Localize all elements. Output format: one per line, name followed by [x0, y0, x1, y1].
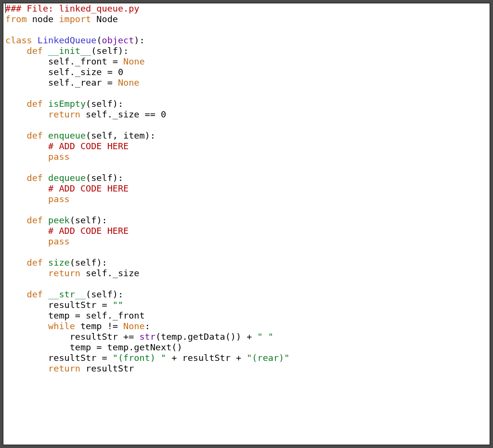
- class-name: LinkedQueue: [38, 35, 97, 45]
- method-peek: peek: [43, 215, 70, 225]
- stmt-resultstr-wrap: resultStr =: [48, 353, 113, 363]
- keyword-return: return: [48, 109, 80, 119]
- string-literal: "(front) ": [113, 353, 166, 363]
- keyword-def: def: [27, 99, 43, 109]
- file-header-comment: ### File: linked_queue.py: [5, 3, 139, 13]
- import-module: node: [27, 14, 59, 24]
- keyword-from: from: [5, 14, 27, 24]
- return-expr: resultStr: [80, 363, 134, 373]
- method-enqueue: enqueue: [43, 130, 86, 141]
- keyword-pass: pass: [48, 194, 70, 204]
- keyword-none: None: [123, 56, 145, 66]
- todo-comment: # ADD CODE HERE: [48, 226, 129, 236]
- code-content: ### File: linked_queue.py from node impo…: [3, 3, 490, 376]
- builtin-str: str: [139, 332, 155, 342]
- stmt-temp-assign: temp = self._front: [48, 310, 144, 320]
- method-isempty: isEmpty: [43, 99, 86, 109]
- keyword-pass: pass: [48, 152, 70, 162]
- keyword-none: None: [123, 321, 145, 331]
- code-editor-window: ### File: linked_queue.py from node impo…: [3, 3, 490, 445]
- return-expr: self._size == 0: [80, 109, 166, 119]
- method-dequeue: dequeue: [43, 173, 86, 183]
- stmt-resultstr-append: resultStr +=: [70, 332, 140, 342]
- keyword-none: None: [118, 77, 140, 88]
- string-literal: "": [113, 300, 123, 310]
- method-init: __init__: [43, 46, 91, 56]
- return-expr: self._size: [80, 268, 140, 278]
- method-size: size: [43, 257, 70, 268]
- stmt-temp-next: temp = temp.getNext(): [70, 342, 182, 352]
- method-str: __str__: [43, 289, 86, 299]
- stmt-front-assign: self._front =: [48, 56, 123, 66]
- keyword-def: def: [27, 46, 43, 56]
- keyword-import: import: [59, 14, 91, 24]
- keyword-def: def: [27, 215, 43, 225]
- stmt-size-assign: self._size = 0: [48, 67, 123, 77]
- keyword-pass: pass: [48, 236, 70, 246]
- keyword-def: def: [27, 173, 43, 183]
- string-literal: "(rear)": [246, 353, 289, 363]
- todo-comment: # ADD CODE HERE: [48, 183, 129, 193]
- keyword-return: return: [48, 363, 80, 373]
- import-name: Node: [91, 14, 118, 24]
- keyword-return: return: [48, 268, 80, 278]
- keyword-def: def: [27, 130, 43, 141]
- stmt-rear-assign: self._rear =: [48, 77, 118, 88]
- keyword-while: while: [48, 321, 75, 331]
- stmt-resultstr-init: resultStr =: [48, 300, 113, 310]
- keyword-def: def: [27, 257, 43, 268]
- todo-comment: # ADD CODE HERE: [48, 141, 129, 151]
- keyword-class: class: [5, 35, 32, 45]
- string-literal: " ": [258, 332, 273, 342]
- base-class: object: [102, 35, 134, 45]
- keyword-def: def: [27, 289, 43, 299]
